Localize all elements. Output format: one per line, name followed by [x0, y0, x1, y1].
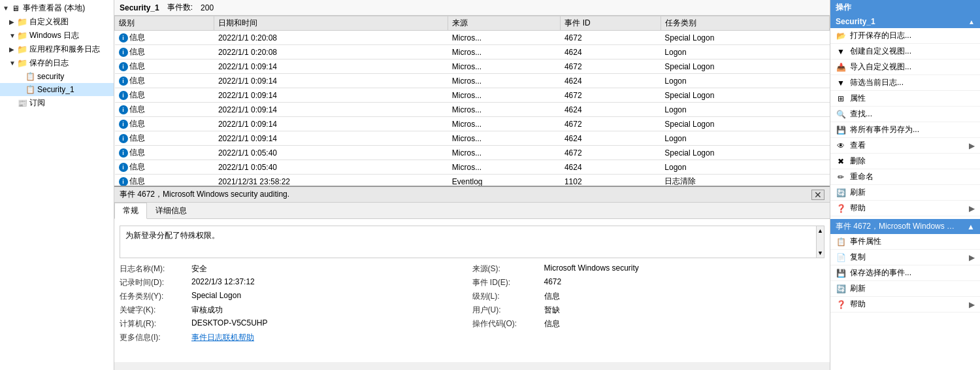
right-item-event-props[interactable]: 📋 事件属性 — [830, 234, 980, 250]
sidebar-item-subscribe[interactable]: 📰 订阅 — [0, 96, 114, 110]
cell-datetime: 2022/1/1 0:05:40 — [214, 146, 448, 160]
submenu-arrow-icon: ▶ — [969, 300, 975, 309]
import-icon: 📥 — [836, 62, 846, 73]
sidebar-item-windows-log[interactable]: ▼ 📁 Windows 日志 — [0, 29, 114, 42]
filter-icon: ▼ — [836, 46, 846, 57]
arrow-icon: ▶ — [9, 46, 17, 53]
table-row[interactable]: i信息 2021/12/31 23:58:22 Eventlog 1102 日志… — [115, 175, 830, 186]
col-level[interactable]: 级别 — [115, 16, 214, 31]
cell-task: Logon — [661, 45, 829, 59]
right-item-refresh2[interactable]: 🔄 刷新 — [830, 281, 980, 297]
table-row[interactable]: i信息 2022/1/1 0:09:14 Micros... 4624 Logo… — [115, 74, 830, 88]
sidebar-item-security[interactable]: 📋 security — [0, 70, 114, 83]
cell-source: Micros... — [448, 160, 561, 175]
field-value: Special Logon — [191, 291, 241, 300]
desc-scrollbar[interactable]: ▲ ▼ — [816, 226, 824, 258]
sidebar-item-saved-log[interactable]: ▼ 📁 保存的日志 — [0, 56, 114, 70]
right-item-properties[interactable]: ⊞ 属性 — [830, 91, 980, 107]
right-item-refresh[interactable]: 🔄 刷新 — [830, 185, 980, 201]
detail-content: 为新登录分配了特殊权限。 ▲ ▼ 日志名称(M):安全来源(S):Microso… — [114, 219, 830, 347]
right-item-save[interactable]: 💾 将所有事件另存为... — [830, 122, 980, 138]
event-props-icon: 📋 — [836, 237, 846, 247]
cell-eventid: 4624 — [561, 103, 661, 117]
tab-general[interactable]: 常规 — [114, 203, 147, 219]
right-item-delete[interactable]: ✖ 删除 — [830, 154, 980, 169]
cell-source: Micros... — [448, 31, 561, 45]
event-table-area[interactable]: 级别 日期和时间 来源 事件 ID 任务类别 i信息 2022/1/1 0:20… — [114, 16, 830, 186]
field-label: 记录时间(D): — [120, 277, 191, 288]
table-row[interactable]: i信息 2022/1/1 0:05:40 Micros... 4624 Logo… — [115, 160, 830, 175]
cell-level: i信息 — [115, 103, 214, 117]
right-section1-header[interactable]: Security_1 ▲ — [830, 15, 980, 28]
col-task[interactable]: 任务类别 — [661, 16, 829, 31]
content-title: Security_1 — [120, 3, 159, 12]
right-item-label: 筛选当前日志... — [850, 77, 975, 88]
sidebar-item-security1[interactable]: 📋 Security_1 — [0, 83, 114, 96]
table-row[interactable]: i信息 2022/1/1 0:09:14 Micros... 4672 Spec… — [115, 117, 830, 131]
right-item-help[interactable]: ❓ 帮助 ▶ — [830, 201, 980, 216]
event-count-label: 事件数: — [167, 2, 193, 13]
right-section1-title: Security_1 — [836, 17, 875, 26]
submenu-arrow-icon: ▶ — [969, 141, 975, 150]
refresh-icon: 🔄 — [836, 188, 846, 198]
right-item-filter[interactable]: ▼ 创建自定义视图... — [830, 44, 980, 59]
right-item-label: 保存选择的事件... — [850, 267, 975, 278]
detail-fields: 日志名称(M):安全来源(S):Microsoft Windows securi… — [120, 263, 825, 343]
table-row[interactable]: i信息 2022/1/1 0:20:08 Micros... 4624 Logo… — [115, 45, 830, 59]
info-icon: i — [119, 105, 128, 114]
cell-datetime: 2021/12/31 23:58:22 — [214, 175, 448, 186]
col-eventid[interactable]: 事件 ID — [561, 16, 661, 31]
cell-task: Special Logon — [661, 88, 829, 103]
sidebar-item-label: 订阅 — [29, 97, 111, 109]
right-item-open-folder[interactable]: 📂 打开保存的日志... — [830, 28, 980, 44]
detail-field-row: 事件 ID(E):4672 — [472, 277, 825, 288]
view-icon: 👁 — [836, 141, 846, 151]
right-item-rename[interactable]: ✏ 重命名 — [830, 169, 980, 185]
table-row[interactable]: i信息 2022/1/1 0:09:14 Micros... 4624 Logo… — [115, 131, 830, 146]
cell-task: Special Logon — [661, 31, 829, 45]
right-item-filter2[interactable]: ▼ 筛选当前日志... — [830, 75, 980, 91]
table-row[interactable]: i信息 2022/1/1 0:20:08 Micros... 4672 Spec… — [115, 31, 830, 45]
close-button[interactable]: ✕ — [811, 190, 825, 200]
cell-task: Special Logon — [661, 117, 829, 131]
detail-field-row: 计算机(R):DESKTOP-V5C5UHP — [120, 318, 472, 329]
col-datetime[interactable]: 日期和时间 — [214, 16, 448, 31]
cell-level: i信息 — [115, 88, 214, 103]
field-value[interactable]: 事件日志联机帮助 — [191, 332, 254, 343]
right-section2-header: 事件 4672，Microsoft Windows security audit… — [830, 219, 980, 234]
log-icon: 📋 — [25, 84, 35, 95]
info-icon: i — [119, 33, 128, 42]
table-row[interactable]: i信息 2022/1/1 0:09:14 Micros... 4672 Spec… — [115, 59, 830, 74]
delete-icon: ✖ — [836, 156, 846, 167]
table-row[interactable]: i信息 2022/1/1 0:05:40 Micros... 4672 Spec… — [115, 146, 830, 160]
detail-field-row: 关键字(K):审核成功 — [120, 305, 472, 316]
detail-field-row: 日志名称(M):安全 — [120, 263, 472, 275]
right-item-import[interactable]: 📥 导入自定义视图... — [830, 59, 980, 75]
tab-detail[interactable]: 详细信息 — [147, 203, 195, 219]
table-row[interactable]: i信息 2022/1/1 0:09:14 Micros... 4624 Logo… — [115, 103, 830, 117]
right-item-copy[interactable]: 📄 复制 ▶ — [830, 250, 980, 265]
event-table: 级别 日期和时间 来源 事件 ID 任务类别 i信息 2022/1/1 0:20… — [114, 16, 830, 186]
sidebar-item-event-viewer[interactable]: ▼ 🖥 事件查看器 (本地) — [0, 1, 114, 15]
right-panel: 操作 Security_1 ▲ 📂 打开保存的日志... ▼ 创建自定义视图..… — [830, 0, 980, 370]
sidebar-item-label: Security_1 — [37, 85, 111, 94]
right-panel-title: 操作 — [836, 2, 851, 13]
right-item-find[interactable]: 🔍 查找... — [830, 107, 980, 122]
right-item-help2[interactable]: ❓ 帮助 ▶ — [830, 297, 980, 312]
right-item-save-event[interactable]: 💾 保存选择的事件... — [830, 265, 980, 281]
right-item-view[interactable]: 👁 查看 ▶ — [830, 138, 980, 154]
computer-icon: 🖥 — [10, 3, 21, 14]
detail-field-row: 操作代码(O):信息 — [472, 318, 825, 329]
sidebar-item-app-service-log[interactable]: ▶ 📁 应用程序和服务日志 — [0, 42, 114, 56]
cell-datetime: 2022/1/1 0:20:08 — [214, 31, 448, 45]
table-row[interactable]: i信息 2022/1/1 0:09:14 Micros... 4672 Spec… — [115, 88, 830, 103]
info-icon: i — [119, 48, 128, 57]
field-label: 日志名称(M): — [120, 263, 191, 275]
col-source[interactable]: 来源 — [448, 16, 561, 31]
cell-eventid: 1102 — [561, 175, 661, 186]
cell-source: Micros... — [448, 146, 561, 160]
cell-datetime: 2022/1/1 0:09:14 — [214, 103, 448, 117]
sidebar-item-label: Windows 日志 — [29, 30, 111, 41]
folder-icon: 📁 — [17, 58, 27, 69]
sidebar-item-custom-view[interactable]: ▶ 📁 自定义视图 — [0, 15, 114, 29]
